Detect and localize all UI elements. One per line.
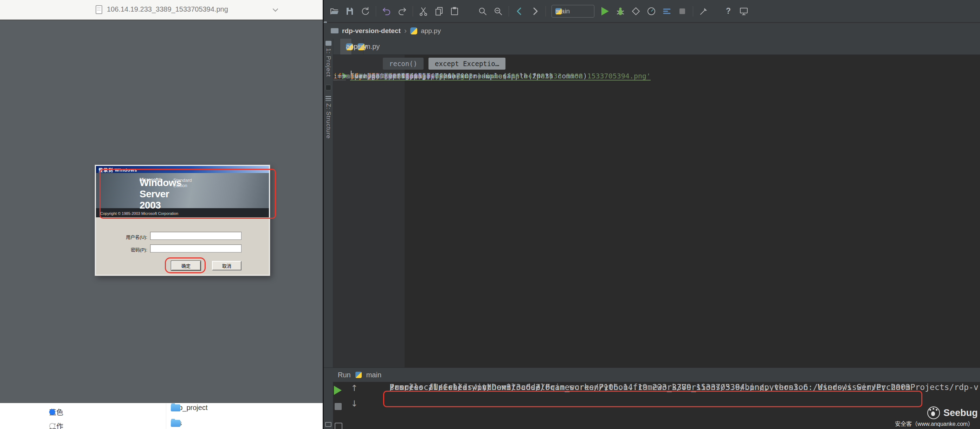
find-icon[interactable] xyxy=(493,6,503,16)
breadcrumb-project[interactable]: rdp-version-detect xyxy=(342,27,401,35)
document-icon xyxy=(95,5,102,14)
work-tag-icon xyxy=(49,423,55,429)
folder-icon xyxy=(171,420,180,427)
finder-folder-cas[interactable]: cas xyxy=(171,419,182,427)
line-number: 67 xyxy=(333,71,389,81)
anquanke-watermark: 安全客（www.anquanke.com） xyxy=(895,419,973,427)
password-label: 密码(P): xyxy=(105,246,147,253)
seebug-logo-icon xyxy=(927,407,940,419)
editor-tab-app-py[interactable]: app.py xyxy=(340,39,352,54)
navigation-bar: rdp-version-detect app.py xyxy=(324,23,980,39)
up-stack-icon[interactable] xyxy=(351,383,358,393)
screenshot-root: 106.14.19.233_3389_1533705394.png 登录到 Wi… xyxy=(0,0,980,429)
caret-down-icon xyxy=(555,10,560,12)
toolbar-separator xyxy=(546,6,546,16)
stripe-project-icon[interactable] xyxy=(326,41,331,46)
rerun-button[interactable] xyxy=(334,386,342,395)
coverage-icon[interactable] xyxy=(631,6,641,16)
password-input xyxy=(150,244,242,252)
seebug-watermark: Seebug xyxy=(927,407,978,419)
toolbar-separator xyxy=(413,6,413,16)
finder-folder-tmp-project[interactable]: tmp_project xyxy=(171,403,208,412)
column-divider xyxy=(166,403,166,429)
remote-host-icon[interactable] xyxy=(739,6,749,16)
editor-gutter xyxy=(333,55,404,367)
username-label: 用户名(U): xyxy=(105,233,147,240)
folder-icon xyxy=(171,404,180,411)
toolbar-separator xyxy=(509,6,509,16)
profiler-icon[interactable] xyxy=(646,6,656,16)
context-breadcrumbs: recon() except Exceptio… xyxy=(383,57,506,70)
back-icon[interactable] xyxy=(515,6,525,16)
run-icon[interactable] xyxy=(600,6,610,16)
sync-icon[interactable] xyxy=(360,6,370,16)
tools-icon[interactable] xyxy=(699,6,709,16)
run-config-name: main xyxy=(366,371,381,379)
stop-icon[interactable] xyxy=(677,6,687,16)
main-toolbar: main xyxy=(324,0,980,22)
copy-icon[interactable] xyxy=(434,6,444,16)
undo-icon[interactable] xyxy=(382,6,391,16)
run-config-select[interactable]: main xyxy=(552,5,594,18)
help-icon[interactable] xyxy=(724,6,733,16)
project-folder-icon xyxy=(331,28,339,33)
annotation-box-ok-button xyxy=(165,257,206,273)
toolwindow-button-structure[interactable]: Z: Structure xyxy=(325,104,332,139)
annotation-box-console xyxy=(383,391,922,407)
preview-window-title: 106.14.19.233_3389_1533705394.png xyxy=(107,5,228,13)
preview-titlebar: 106.14.19.233_3389_1533705394.png xyxy=(0,0,323,20)
context-chip-except[interactable]: except Exceptio… xyxy=(428,57,506,70)
close-tab-icon[interactable] xyxy=(358,43,362,51)
console-settings-icon[interactable] xyxy=(335,423,342,429)
cancel-button: 取消 xyxy=(212,261,242,270)
run-tab-label[interactable]: Run xyxy=(338,371,351,379)
cut-icon[interactable] xyxy=(418,6,428,16)
paste-icon[interactable] xyxy=(450,6,460,16)
toolwindow-button-project[interactable]: 1: Project xyxy=(325,48,332,77)
annotation-box-banner xyxy=(99,169,276,219)
toolbar-separator xyxy=(376,6,376,16)
redo-icon[interactable] xyxy=(397,6,407,16)
stripe-dark-icon[interactable] xyxy=(326,85,331,90)
editor-tab-bar: app.py svm.py xyxy=(333,39,980,55)
down-stack-icon[interactable] xyxy=(351,399,358,408)
context-chip-recon[interactable]: recon() xyxy=(383,57,423,70)
breadcrumb-chevron-icon xyxy=(404,26,407,35)
close-tab-icon[interactable] xyxy=(346,43,350,51)
python-file-icon xyxy=(410,27,417,35)
breadcrumb-file[interactable]: app.py xyxy=(421,27,441,35)
play-triangle xyxy=(601,7,609,16)
finder-tag-work[interactable]: 工作 xyxy=(49,421,63,429)
search-icon[interactable] xyxy=(478,6,488,16)
run-panel-header: Run main xyxy=(324,367,980,382)
finder-tag-blue[interactable]: 蓝色 xyxy=(49,407,63,417)
stripe-bottom-icon[interactable] xyxy=(325,422,331,427)
seebug-brand-text: Seebug xyxy=(943,408,978,418)
stripe-structure-icon[interactable] xyxy=(326,96,331,101)
blue-tag-icon xyxy=(49,409,55,415)
username-input xyxy=(150,232,242,240)
coverage-data-icon[interactable] xyxy=(662,6,672,16)
forward-icon[interactable] xyxy=(530,6,540,16)
editor-area[interactable]: recon() except Exceptio… 45▴'''46from sv… xyxy=(333,55,980,367)
title-chevron-down-icon[interactable] xyxy=(273,6,278,12)
run-config-icon xyxy=(355,372,362,378)
open-icon[interactable] xyxy=(329,6,339,16)
finder-strip: 蓝色 工作 tmp_project cas xyxy=(0,403,323,429)
debug-icon[interactable] xyxy=(616,6,625,16)
stop-button[interactable] xyxy=(335,403,342,410)
toolbar-separator xyxy=(693,6,693,16)
save-icon[interactable] xyxy=(345,6,355,16)
